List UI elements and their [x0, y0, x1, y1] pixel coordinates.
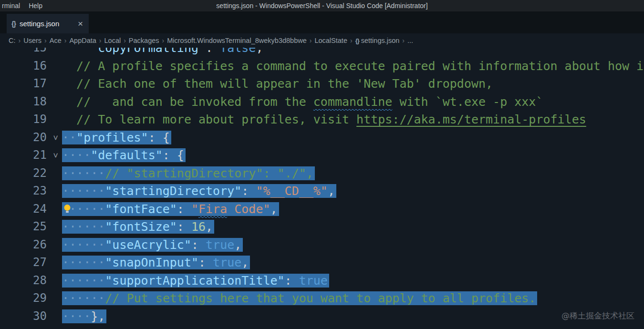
code-line[interactable]: 15 "copyFormatting": false, — [0, 48, 644, 57]
line-number[interactable]: 20> — [0, 129, 62, 147]
code-line[interactable]: 23······"startingDirectory": "%__CD__%", — [0, 182, 644, 200]
breadcrumb-item[interactable]: {}settings.json — [354, 37, 401, 44]
code-line[interactable]: 27······"snapOnInput": true, — [0, 254, 644, 272]
line-number[interactable]: 30 — [0, 308, 62, 326]
line-number[interactable]: 28 — [0, 272, 62, 290]
line-number[interactable]: 31 — [0, 325, 62, 329]
code-line-text: // A profile specifies a command to exec… — [62, 57, 644, 75]
code-token: // A profile specifies a command to exec… — [76, 59, 644, 73]
code-token: "fontFace" — [105, 202, 177, 216]
comment-link[interactable]: https://aka.ms/terminal-profiles — [356, 113, 586, 126]
lightbulb-icon[interactable] — [63, 204, 71, 216]
code-token: : — [177, 202, 191, 216]
breadcrumb-separator-icon: › — [348, 37, 354, 44]
line-number[interactable]: 18 — [0, 93, 62, 111]
fold-chevron-icon[interactable]: > — [50, 146, 61, 164]
breadcrumb-item[interactable]: ... — [406, 37, 414, 44]
breadcrumb-item[interactable]: AppData — [68, 37, 97, 44]
breadcrumb-separator-icon: › — [122, 37, 128, 44]
breadcrumb-separator-icon: › — [17, 37, 23, 44]
code-line[interactable]: 18 // and can be invoked from the comman… — [0, 93, 644, 111]
breadcrumb-item[interactable]: Microsoft.WindowsTerminal_8wekyb3d8bbwe — [166, 37, 308, 44]
code-line[interactable]: 21>····"defaults": { — [0, 146, 644, 164]
menu-item-terminal[interactable]: rminal — [0, 2, 24, 10]
code-token: : — [134, 327, 148, 329]
line-number[interactable]: 27 — [0, 254, 62, 272]
code-line[interactable]: 25······"fontSize": 16, — [0, 218, 644, 236]
code-token: , — [270, 202, 278, 216]
line-number[interactable]: 16 — [0, 57, 62, 75]
code-line[interactable]: 16 // A profile specifies a command to e… — [0, 57, 644, 75]
code-line[interactable]: 26······"useAcrylic": true, — [0, 236, 644, 254]
tab-settings-json[interactable]: {} settings.json × — [7, 14, 89, 33]
code-token — [62, 59, 76, 73]
code-token: "profiles" — [76, 131, 148, 144]
code-token: : — [241, 184, 256, 198]
code-line[interactable]: 29······// Put settings here that you wa… — [0, 289, 644, 308]
tab-bar: {} settings.json × — [0, 11, 644, 33]
code-token: : — [285, 274, 299, 288]
code-line[interactable]: 19 // To learn more about profiles, visi… — [0, 111, 644, 129]
code-token: , — [256, 48, 263, 55]
fold-chevron-icon[interactable]: > — [50, 129, 61, 147]
breadcrumb-separator-icon: › — [160, 37, 166, 44]
code-line[interactable]: 17 // Each one of them will appear in th… — [0, 75, 644, 93]
menu-item-help[interactable]: Help — [24, 2, 47, 10]
line-number[interactable]: 26 — [0, 236, 62, 254]
code-token: { — [163, 131, 170, 144]
code-token: ······ — [62, 238, 105, 252]
breadcrumb-item[interactable]: Packages — [128, 37, 160, 44]
line-number[interactable]: 25 — [0, 218, 62, 236]
line-number[interactable]: 15 — [0, 48, 62, 57]
code-token: ······ — [62, 256, 105, 269]
json-braces-icon: {} — [355, 37, 359, 44]
code-token: [ — [148, 327, 156, 329]
code-token: { — [177, 148, 184, 162]
breadcrumb-item[interactable]: Local — [104, 37, 122, 44]
line-number[interactable]: 23 — [0, 182, 62, 200]
code-token: ······ — [62, 274, 105, 288]
code-token: with `wt.exe -p xxx` — [392, 95, 543, 109]
code-line-text: ······"startingDirectory": "%__CD__%", — [62, 182, 644, 200]
code-token: : — [198, 256, 213, 269]
line-number[interactable]: 24 — [0, 200, 62, 218]
code-token: "supportApplicationTitle" — [105, 274, 284, 288]
code-token: "copyFormatting" — [91, 48, 206, 55]
code-token — [62, 48, 91, 55]
code-token: true — [299, 274, 328, 288]
code-token: 16 — [191, 220, 206, 234]
code-token: : — [163, 148, 177, 162]
code-token: "useAcrylic" — [105, 238, 191, 252]
code-token: , — [206, 220, 213, 234]
code-line-text: ····"defaults": { — [62, 146, 644, 164]
code-line[interactable]: 28······"supportApplicationTitle": true — [0, 272, 644, 290]
code-token: ······ — [62, 166, 105, 180]
line-number[interactable]: 17 — [0, 75, 62, 93]
code-token: : — [191, 238, 206, 252]
code-line[interactable]: 30····}, — [0, 308, 644, 326]
breadcrumb-item[interactable]: Users — [22, 37, 42, 44]
code-line[interactable]: 31 "list": [ — [0, 325, 644, 329]
code-editor[interactable]: 15 "copyFormatting": false,16 // A profi… — [0, 48, 644, 329]
breadcrumb-item[interactable]: Ace — [49, 37, 62, 44]
breadcrumb-separator-icon: › — [308, 37, 314, 44]
code-line[interactable]: 22······// "startingDirectory": "./", — [0, 164, 644, 183]
line-number[interactable]: 21> — [0, 146, 62, 164]
code-token: // To learn more about profiles, visit — [76, 113, 356, 126]
breadcrumb-item[interactable]: C: — [8, 37, 17, 44]
line-number[interactable]: 22 — [0, 164, 62, 183]
code-line-text: ······// "startingDirectory": "./", — [62, 164, 644, 183]
code-token: // "startingDirectory": "./", — [105, 166, 313, 180]
line-number[interactable]: 19 — [0, 111, 62, 129]
code-token: "list" — [91, 327, 134, 329]
code-token: : — [206, 48, 220, 55]
code-token: }, — [91, 309, 105, 323]
code-token: "fontSize" — [105, 220, 177, 234]
code-line[interactable]: 24······"fontFace": "Fira Code", — [0, 200, 644, 218]
code-line-text: // Each one of them will appear in the '… — [62, 75, 644, 93]
breadcrumb-item[interactable]: LocalState — [313, 37, 348, 44]
code-line[interactable]: 20>··"profiles": { — [0, 129, 644, 147]
title-bar: rminal Help settings.json - WindowsPower… — [0, 0, 644, 11]
line-number[interactable]: 29 — [0, 289, 62, 308]
close-icon[interactable]: × — [77, 19, 84, 28]
